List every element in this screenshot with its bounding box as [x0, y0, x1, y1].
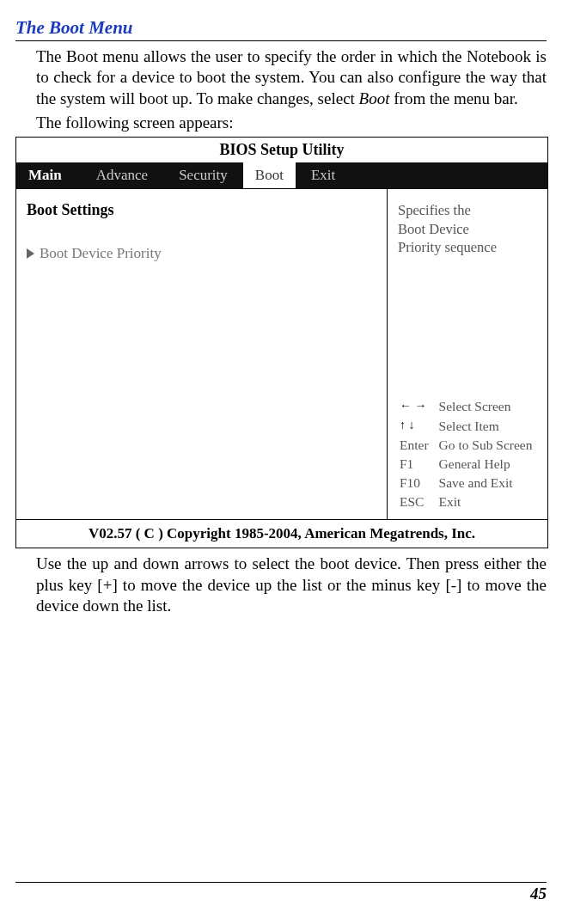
key-f10: F10 [400, 474, 437, 492]
para1-c: from the menu bar. [390, 89, 518, 107]
key-esc: ESC [400, 493, 437, 511]
key-enter: Enter [400, 437, 437, 454]
key-f1: F1 [400, 456, 437, 473]
key-ud-label: Select Item [439, 418, 541, 435]
paragraph-2: The following screen appears: [36, 113, 547, 133]
context-help-text: Specifies the Boot Device Priority seque… [398, 201, 537, 256]
bios-screenshot: BIOS Setup Utility Main Advance Security… [15, 137, 548, 548]
key-enter-label: Go to Sub Screen [439, 437, 541, 454]
key-f10-label: Save and Exit [439, 474, 541, 492]
key-esc-label: Exit [439, 493, 541, 511]
bios-menu-bar: Main Advance Security Boot Exit [16, 162, 547, 188]
key-f1-label: General Help [439, 456, 541, 473]
boot-device-priority-item[interactable]: Boot Device Priority [27, 245, 376, 262]
tab-exit[interactable]: Exit [296, 162, 351, 188]
help-line-2: Boot Device [398, 220, 537, 238]
bios-body: Boot Settings Boot Device Priority Speci… [16, 188, 547, 519]
bios-copyright-footer: V02.57 ( C ) Copyright 1985-2004, Americ… [16, 519, 547, 548]
bios-left-pane: Boot Settings Boot Device Priority [16, 189, 388, 519]
page-footer: 45 [15, 882, 547, 903]
boot-settings-heading: Boot Settings [27, 201, 376, 219]
bios-right-pane: Specifies the Boot Device Priority seque… [388, 189, 547, 519]
section-title: The Boot Menu [15, 17, 547, 41]
tab-boot[interactable]: Boot [243, 162, 296, 188]
tab-main[interactable]: Main [16, 162, 81, 188]
key-lr-label: Select Screen [439, 398, 541, 415]
key-lr-arrows-icon: ← → [400, 398, 437, 415]
page-number: 45 [530, 884, 547, 903]
paragraph-3: Use the up and down arrows to select the… [36, 554, 547, 616]
para1-italic: Boot [359, 89, 390, 107]
bios-title: BIOS Setup Utility [16, 138, 547, 162]
boot-device-priority-label: Boot Device Priority [40, 245, 162, 262]
paragraph-1: The Boot menu allows the user to specify… [36, 46, 547, 109]
key-legend: ← →Select Screen ↑ ↓Select Item EnterGo … [398, 396, 537, 512]
submenu-triangle-icon [27, 248, 34, 259]
help-line-3: Priority sequence [398, 238, 537, 256]
tab-advance[interactable]: Advance [81, 162, 163, 188]
help-line-1: Specifies the [398, 201, 537, 219]
tab-security[interactable]: Security [163, 162, 243, 188]
key-ud-arrows-icon: ↑ ↓ [400, 418, 437, 435]
